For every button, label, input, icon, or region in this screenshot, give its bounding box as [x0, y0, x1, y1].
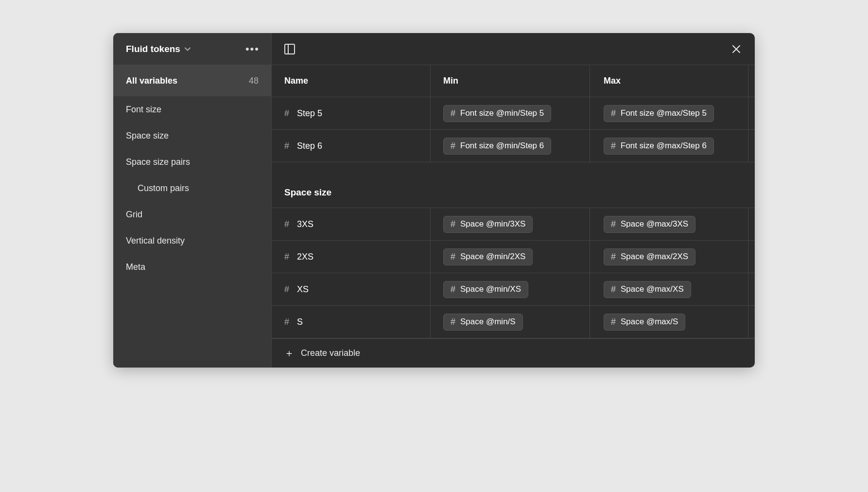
alias-chip-label: Font size @max/Step 6	[621, 141, 707, 151]
create-variable-button[interactable]: ＋ Create variable	[272, 338, 755, 368]
plus-icon: ＋	[284, 347, 294, 360]
max-value-cell[interactable]: #Space @max/2XS	[590, 241, 748, 273]
collection-dropdown[interactable]: Fluid tokens	[126, 44, 191, 54]
variable-name-cell[interactable]: #S	[272, 306, 430, 338]
max-value-cell[interactable]: #Font size @max/Step 5	[590, 97, 748, 129]
sidebar-group-label: Grid	[126, 210, 142, 220]
variable-name-cell[interactable]: #XS	[272, 273, 430, 305]
table-row[interactable]: #3XS#Space @min/3XS#Space @max/3XS	[272, 208, 755, 241]
alias-chip-label: Space @min/2XS	[460, 252, 525, 262]
alias-chip[interactable]: #Space @max/S	[604, 314, 685, 331]
number-type-icon: #	[611, 108, 616, 119]
variable-name-cell[interactable]: #Step 6	[272, 130, 430, 162]
create-variable-label: Create variable	[301, 348, 360, 358]
variables-panel: Fluid tokens ••• All variables 48 Font s…	[113, 33, 755, 368]
alias-chip[interactable]: #Space @max/2XS	[604, 248, 695, 265]
column-max-header[interactable]: Max	[590, 65, 748, 97]
variable-name-cell[interactable]: #3XS	[272, 208, 430, 240]
alias-chip-label: Font size @min/Step 5	[460, 108, 544, 118]
sidebar-group-label: Space size pairs	[126, 157, 190, 167]
row-end-spacer	[748, 97, 755, 129]
column-min-header[interactable]: Min	[430, 65, 590, 97]
sidebar-group-label: Space size	[126, 131, 169, 141]
alias-chip-label: Space @min/3XS	[460, 219, 525, 229]
table-row[interactable]: #XS#Space @min/XS#Space @max/XS	[272, 273, 755, 306]
min-value-cell[interactable]: #Space @min/XS	[430, 273, 590, 305]
max-value-cell[interactable]: #Font size @max/Step 6	[590, 130, 748, 162]
alias-chip[interactable]: #Font size @max/Step 6	[604, 138, 714, 155]
sidebar-group-item[interactable]: Grid	[113, 201, 271, 228]
alias-chip[interactable]: #Space @min/3XS	[443, 216, 533, 233]
number-type-icon: #	[611, 284, 616, 295]
variable-name-label: Step 6	[297, 141, 322, 151]
number-type-icon: #	[451, 108, 455, 119]
sidebar-group-item[interactable]: Custom pairs	[113, 175, 271, 201]
alias-chip[interactable]: #Space @min/2XS	[443, 248, 533, 265]
table-row[interactable]: #Step 6#Font size @min/Step 6#Font size …	[272, 130, 755, 162]
number-type-icon: #	[451, 284, 455, 295]
row-end-spacer	[748, 130, 755, 162]
variable-name-label: 3XS	[297, 219, 313, 229]
table-header: Name Min Max	[272, 65, 755, 97]
table-row[interactable]: #2XS#Space @min/2XS#Space @max/2XS	[272, 241, 755, 273]
main-header	[272, 33, 755, 65]
variable-name-cell[interactable]: #Step 5	[272, 97, 430, 129]
table-row[interactable]: #Step 5#Font size @min/Step 5#Font size …	[272, 97, 755, 130]
column-name-header: Name	[272, 76, 430, 86]
number-type-icon: #	[284, 108, 289, 119]
number-type-icon: #	[611, 317, 616, 327]
min-value-cell[interactable]: #Space @min/3XS	[430, 208, 590, 240]
ellipsis-icon: •••	[245, 43, 260, 55]
close-button[interactable]	[730, 43, 742, 55]
table-row[interactable]: #S#Space @min/S#Space @max/S	[272, 306, 755, 338]
max-value-cell[interactable]: #Space @max/XS	[590, 273, 748, 305]
sidebar-group-item[interactable]: Space size pairs	[113, 149, 271, 175]
min-value-cell[interactable]: #Font size @min/Step 6	[430, 130, 590, 162]
row-end-spacer	[748, 208, 755, 240]
number-type-icon: #	[611, 219, 616, 229]
sidebar-group-item[interactable]: Meta	[113, 254, 271, 280]
chevron-down-icon	[184, 46, 191, 53]
sidebar-item-label: All variables	[126, 76, 177, 86]
sidebar-group-item[interactable]: Space size	[113, 123, 271, 149]
number-type-icon: #	[284, 141, 289, 151]
alias-chip[interactable]: #Font size @max/Step 5	[604, 105, 714, 122]
alias-chip[interactable]: #Font size @min/Step 5	[443, 105, 551, 122]
alias-chip-label: Space @max/XS	[621, 284, 684, 294]
number-type-icon: #	[284, 284, 289, 295]
alias-chip[interactable]: #Space @min/XS	[443, 281, 528, 298]
alias-chip-label: Space @max/2XS	[621, 252, 688, 262]
max-value-cell[interactable]: #Space @max/S	[590, 306, 748, 338]
alias-chip[interactable]: #Font size @min/Step 6	[443, 138, 551, 155]
row-end-spacer	[748, 241, 755, 273]
max-value-cell[interactable]: #Space @max/3XS	[590, 208, 748, 240]
more-button[interactable]: •••	[243, 41, 261, 57]
table-body: #Step 5#Font size @min/Step 5#Font size …	[272, 97, 755, 338]
group-header[interactable]: Space size	[272, 162, 755, 208]
number-type-icon: #	[451, 317, 455, 327]
sidebar-group-item[interactable]: Vertical density	[113, 228, 271, 254]
sidebar-group-label: Custom pairs	[138, 183, 189, 193]
collection-title-label: Fluid tokens	[126, 44, 180, 54]
alias-chip[interactable]: #Space @max/3XS	[604, 216, 695, 233]
min-value-cell[interactable]: #Space @min/S	[430, 306, 590, 338]
close-icon	[731, 44, 741, 54]
alias-chip-label: Font size @max/Step 5	[621, 108, 707, 118]
sidebar-toggle-icon[interactable]	[284, 44, 295, 54]
min-value-cell[interactable]: #Space @min/2XS	[430, 241, 590, 273]
alias-chip[interactable]: #Space @min/S	[443, 314, 523, 331]
column-end-spacer	[748, 65, 755, 97]
sidebar-item-all-variables[interactable]: All variables 48	[113, 65, 271, 96]
sidebar-group-item[interactable]: Font size	[113, 96, 271, 123]
variable-name-cell[interactable]: #2XS	[272, 241, 430, 273]
number-type-icon: #	[611, 141, 616, 151]
row-end-spacer	[748, 273, 755, 305]
alias-chip-label: Space @min/S	[460, 317, 516, 327]
variable-name-label: S	[297, 317, 303, 327]
alias-chip[interactable]: #Space @max/XS	[604, 281, 691, 298]
min-value-cell[interactable]: #Font size @min/Step 5	[430, 97, 590, 129]
sidebar-group-label: Font size	[126, 105, 161, 115]
number-type-icon: #	[284, 219, 289, 229]
main-area: Name Min Max #Step 5#Font size @min/Step…	[272, 33, 755, 368]
row-end-spacer	[748, 306, 755, 338]
